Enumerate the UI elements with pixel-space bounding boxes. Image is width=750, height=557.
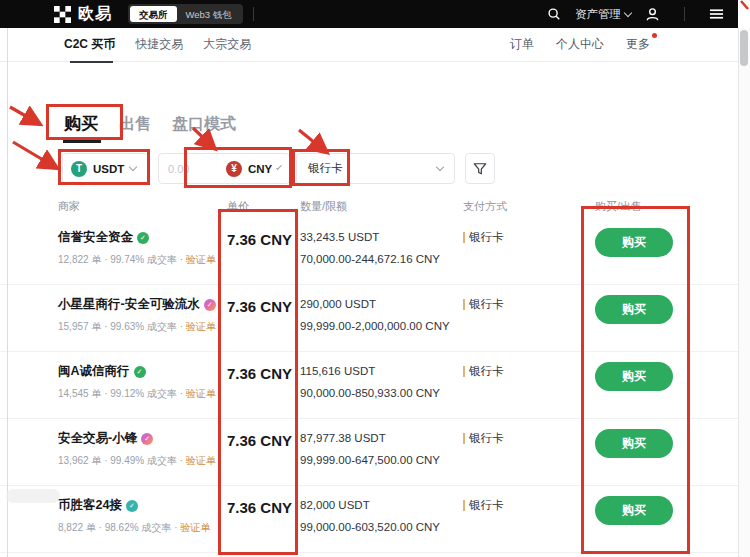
nav-more-label: 更多: [626, 37, 650, 51]
buy-button[interactable]: 购买: [595, 496, 673, 525]
nav-more[interactable]: 更多: [626, 36, 650, 53]
buy-button[interactable]: 购买: [595, 362, 673, 391]
buy-button[interactable]: 购买: [595, 228, 673, 257]
tab-buy[interactable]: 购买: [64, 112, 98, 135]
chevron-down-icon: [436, 163, 444, 171]
payment-method: 银行卡: [463, 419, 562, 485]
window-left-edge: [7, 28, 8, 557]
merchant-stats: 15,957 单 · 99.63% 成交率 · 验证单: [58, 320, 227, 334]
merchant-name[interactable]: 信誉安全资金 ✓: [58, 229, 227, 246]
user-icon[interactable]: [645, 7, 660, 22]
arrow-to-usdt: [13, 142, 55, 167]
table-header: 商家 单价 数量/限额 支付方式 购买/出售: [0, 199, 738, 214]
nav-profile[interactable]: 个人中心: [556, 36, 604, 53]
merchant-badge-icon: ✓: [141, 433, 153, 445]
offer-list: 信誉安全资金 ✓ 12,822 单 · 99.74% 成交率 · 验证单 7.3…: [0, 218, 738, 553]
crypto-select-value: USDT: [93, 163, 124, 175]
chevron-down-icon: [624, 8, 632, 16]
search-icon[interactable]: [547, 7, 561, 21]
merchant-badge-icon: ✓: [126, 500, 138, 512]
col-buy-sell: 购买/出售: [562, 199, 738, 214]
amount-limit: 87,977.38 USDT 99,999.00-647,500.00 CNY: [300, 419, 463, 485]
crypto-select[interactable]: T USDT: [62, 153, 149, 184]
amount-fiat-control: ¥ CNY: [158, 153, 290, 184]
merchant-name[interactable]: 币胜客24接 ✓: [58, 497, 227, 514]
nav-block-trade[interactable]: 大宗交易: [203, 36, 251, 53]
amount-limit: 115,616 USDT 90,000.00-850,933.00 CNY: [300, 352, 463, 418]
table-row: 小星星商行-安全可验流水 ✓ 15,957 单 · 99.63% 成交率 · 验…: [0, 285, 738, 352]
merchant-name[interactable]: 安全交易-小锋 ✓: [58, 430, 227, 447]
menu-icon[interactable]: [709, 8, 724, 20]
asset-management-menu[interactable]: 资产管理: [575, 7, 631, 22]
okx-c2c-page: 欧易 交易所 Web3 钱包 资产管理: [0, 0, 750, 557]
scrollbar-track[interactable]: [738, 0, 750, 557]
unit-price: 7.36 CNY: [227, 218, 300, 284]
tab-sell[interactable]: 出售: [119, 114, 151, 135]
table-row: 安全交易-小锋 ✓ 13,962 单 · 99.49% 成交率 · 验证单 7.…: [0, 419, 738, 486]
verified-tag: 验证单: [186, 254, 216, 265]
amount-limit: 33,243.5 USDT 70,000.00-244,672.16 CNY: [300, 218, 463, 284]
buy-button[interactable]: 购买: [595, 295, 673, 324]
col-price: 单价: [227, 199, 300, 214]
payment-method: 银行卡: [463, 285, 562, 351]
watermark-blob: [6, 489, 60, 503]
trade-mode-tabs: 购买 出售 盘口模式: [64, 112, 236, 135]
nav-c2c-buy[interactable]: C2C 买币: [64, 36, 115, 53]
header-divider: [253, 7, 254, 21]
buy-button[interactable]: 购买: [595, 429, 673, 458]
payment-method: 银行卡: [463, 218, 562, 284]
scrollbar-thumb[interactable]: [740, 30, 748, 66]
merchant-name[interactable]: 闽A诚信商行 ✓: [58, 363, 227, 380]
payment-method-select[interactable]: 银行卡: [296, 153, 455, 184]
unit-price: 7.36 CNY: [227, 285, 300, 351]
verified-tag: 验证单: [180, 522, 210, 533]
okx-logo-icon: [54, 6, 71, 23]
payment-color-bar: [463, 232, 465, 243]
product-toggle: 交易所 Web3 钱包: [128, 4, 243, 24]
merchant-name[interactable]: 小星星商行-安全可验流水 ✓: [58, 296, 227, 313]
table-row: 闽A诚信商行 ✓ 14,545 单 · 99.12% 成交率 · 验证单 7.3…: [0, 352, 738, 419]
unit-price: 7.36 CNY: [227, 486, 300, 552]
merchant-stats: 13,962 单 · 99.49% 成交率 · 验证单: [58, 454, 227, 468]
col-payment: 支付方式: [463, 199, 562, 214]
chevron-down-icon: [276, 164, 281, 169]
table-row: 币胜客24接 ✓ 8,822 单 · 98.62% 成交率 · 验证单 7.36…: [0, 486, 738, 553]
toggle-web3-wallet[interactable]: Web3 钱包: [177, 6, 241, 22]
arrow-to-bankcard: [299, 130, 325, 151]
cny-icon: ¥: [226, 161, 242, 177]
unit-price: 7.36 CNY: [227, 419, 300, 485]
merchant-label: 闽A诚信商行: [58, 363, 130, 380]
table-row: 信誉安全资金 ✓ 12,822 单 · 99.74% 成交率 · 验证单 7.3…: [0, 218, 738, 285]
amount-limit: 290,000 USDT 99,999.00-2,000,000.00 CNY: [300, 285, 463, 351]
merchant-badge-icon: ✓: [204, 299, 216, 311]
merchant-label: 小星星商行-安全可验流水: [58, 296, 200, 313]
usdt-icon: T: [71, 161, 87, 177]
tab-orderbook-mode[interactable]: 盘口模式: [172, 114, 236, 135]
filter-button[interactable]: [465, 153, 495, 184]
payment-color-bar: [463, 433, 465, 444]
active-tab-underline: [63, 139, 101, 143]
secondary-nav: C2C 买币 快捷交易 大宗交易 订单 个人中心 更多: [0, 28, 738, 62]
payment-method: 银行卡: [463, 352, 562, 418]
top-header: 欧易 交易所 Web3 钱包 资产管理: [0, 0, 738, 28]
brand[interactable]: 欧易: [54, 4, 112, 25]
arrow-to-buy-tab: [10, 107, 38, 123]
amount-limit: 82,000 USDT 99,000.00-603,520.00 CNY: [300, 486, 463, 552]
merchant-stats: 14,545 单 · 99.12% 成交率 · 验证单: [58, 387, 227, 401]
merchant-label: 信誉安全资金: [58, 229, 133, 246]
amount-input[interactable]: [168, 163, 220, 175]
merchant-label: 币胜客24接: [58, 497, 122, 514]
toggle-exchange[interactable]: 交易所: [130, 6, 177, 22]
funnel-icon: [473, 162, 487, 176]
verified-tag: 验证单: [186, 321, 216, 332]
merchant-stats: 8,822 单 · 98.62% 成交率 · 验证单: [58, 521, 227, 535]
nav-orders[interactable]: 订单: [510, 36, 534, 53]
payment-color-bar: [463, 366, 465, 377]
merchant-badge-icon: ✓: [134, 366, 146, 378]
verified-tag: 验证单: [186, 455, 216, 466]
fiat-select-value[interactable]: CNY: [248, 163, 272, 175]
nav-express-trade[interactable]: 快捷交易: [135, 36, 183, 53]
payment-method: 银行卡: [463, 486, 562, 552]
notification-dot: [652, 33, 657, 38]
merchant-stats: 12,822 单 · 99.74% 成交率 · 验证单: [58, 253, 227, 267]
